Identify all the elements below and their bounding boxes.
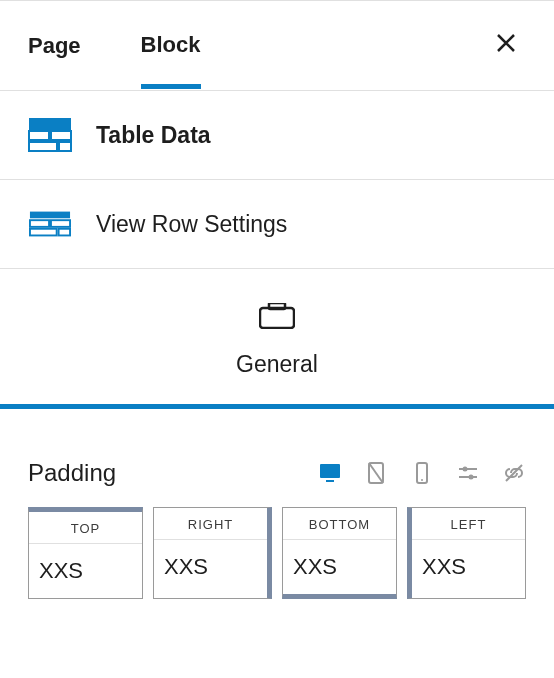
svg-rect-4 bbox=[59, 142, 71, 151]
svg-point-18 bbox=[463, 467, 468, 472]
padding-grid: TOP XXS RIGHT XXS BOTTOM XXS LEFT XXS bbox=[0, 507, 554, 627]
table-icon bbox=[28, 117, 72, 153]
section-view-row-settings[interactable]: View Row Settings bbox=[0, 180, 554, 269]
tab-general[interactable]: General bbox=[0, 269, 554, 409]
sidebar-tabs: Page Block bbox=[0, 1, 554, 91]
svg-rect-3 bbox=[29, 142, 57, 151]
section-table-data[interactable]: Table Data bbox=[0, 91, 554, 180]
tablet-icon[interactable] bbox=[364, 461, 388, 485]
general-label: General bbox=[236, 351, 318, 378]
sliders-icon[interactable] bbox=[456, 461, 480, 485]
section-label: Table Data bbox=[96, 122, 211, 149]
svg-rect-0 bbox=[29, 118, 71, 130]
row-icon bbox=[28, 206, 72, 242]
svg-rect-9 bbox=[59, 229, 70, 236]
svg-rect-10 bbox=[260, 308, 294, 328]
padding-top-field[interactable]: TOP XXS bbox=[28, 507, 143, 599]
padding-side-label: BOTTOM bbox=[283, 508, 396, 540]
desktop-icon[interactable] bbox=[318, 461, 342, 485]
svg-point-20 bbox=[469, 475, 474, 480]
svg-rect-2 bbox=[51, 131, 71, 140]
section-label: View Row Settings bbox=[96, 211, 287, 238]
svg-rect-1 bbox=[29, 131, 49, 140]
svg-point-16 bbox=[421, 479, 423, 481]
svg-rect-6 bbox=[30, 220, 49, 227]
tab-page[interactable]: Page bbox=[28, 3, 81, 89]
svg-line-21 bbox=[506, 465, 522, 481]
link-icon[interactable] bbox=[502, 461, 526, 485]
svg-rect-5 bbox=[30, 212, 70, 219]
svg-rect-7 bbox=[51, 220, 70, 227]
padding-left-field[interactable]: LEFT XXS bbox=[407, 507, 526, 599]
padding-header: Padding bbox=[0, 409, 554, 507]
close-icon bbox=[494, 31, 518, 55]
svg-rect-13 bbox=[326, 480, 334, 482]
padding-right-field[interactable]: RIGHT XXS bbox=[153, 507, 272, 599]
tab-block[interactable]: Block bbox=[141, 2, 201, 89]
box-icon bbox=[259, 303, 295, 333]
padding-side-label: TOP bbox=[29, 512, 142, 544]
close-button[interactable] bbox=[486, 23, 526, 68]
device-icons bbox=[318, 461, 526, 485]
svg-rect-8 bbox=[30, 229, 57, 236]
padding-value: XXS bbox=[29, 544, 142, 598]
svg-rect-12 bbox=[320, 464, 340, 478]
padding-value: XXS bbox=[412, 540, 525, 594]
mobile-icon[interactable] bbox=[410, 461, 434, 485]
svg-rect-11 bbox=[269, 303, 285, 309]
padding-value: XXS bbox=[154, 540, 267, 594]
padding-bottom-field[interactable]: BOTTOM XXS bbox=[282, 507, 397, 599]
padding-title: Padding bbox=[28, 459, 116, 487]
padding-side-label: RIGHT bbox=[154, 508, 267, 540]
padding-side-label: LEFT bbox=[412, 508, 525, 540]
padding-value: XXS bbox=[283, 540, 396, 594]
